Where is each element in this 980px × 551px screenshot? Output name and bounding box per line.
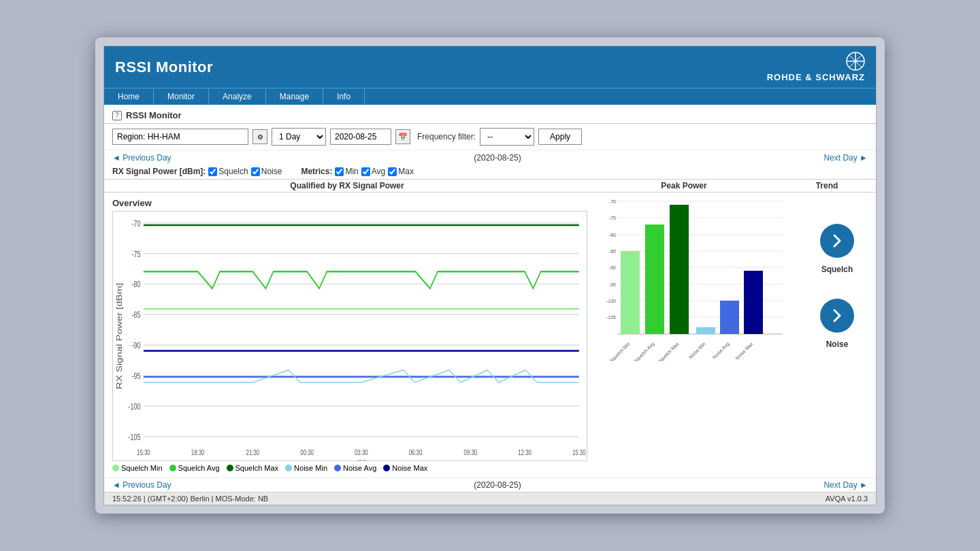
monitor-inner: RSSI Monitor ROHDE & SCHWARZ Home Monito… (103, 46, 877, 505)
logo-area: ROHDE & SCHWARZ (767, 52, 865, 82)
calendar-btn[interactable]: 📅 (395, 129, 410, 144)
help-icon[interactable]: ? (112, 111, 122, 120)
svg-text:Squelch Max: Squelch Max (657, 341, 681, 361)
svg-text:Squelch Min: Squelch Min (609, 341, 632, 361)
svg-text:Noise Max: Noise Max (734, 341, 754, 361)
prev-day-link[interactable]: ◄ Previous Day (112, 153, 172, 163)
svg-text:12:30: 12:30 (518, 448, 532, 456)
avg-checkbox-label[interactable]: Avg (361, 167, 385, 176)
squelch-trend-label: Squelch (821, 265, 853, 274)
period-select[interactable]: 1 Day 1 Week 1 Month (272, 128, 326, 146)
squelch-checkbox-label[interactable]: Squelch (208, 167, 248, 176)
svg-text:18:30: 18:30 (191, 448, 205, 456)
col-qualified: Qualified by RX Signal Power (112, 181, 582, 190)
bar-noise-min (696, 327, 715, 334)
bar-chart-svg: -70 -75 -80 -85 -90 -95 -1 (595, 198, 786, 361)
rx-label: RX Signal Power [dBm]: (112, 167, 206, 176)
squelch-trend-btn[interactable] (820, 224, 854, 258)
metrics-row: RX Signal Power [dBm]: Squelch Noise Met… (104, 165, 876, 180)
legend-squelch-max: Squelch Max (227, 464, 279, 472)
bar-squelch-avg (645, 224, 664, 334)
svg-text:-100: -100 (128, 401, 140, 411)
legend-noise-avg: Noise Avg (334, 464, 376, 472)
legend-noise-max: Noise Max (383, 464, 427, 472)
svg-text:21:30: 21:30 (246, 448, 260, 456)
noise-trend-btn[interactable] (820, 299, 854, 333)
overview-title: Overview (112, 198, 587, 208)
legend-noise-min: Noise Min (285, 464, 327, 472)
squelch-checkbox[interactable] (208, 167, 217, 176)
nav-monitor[interactable]: Monitor (154, 88, 209, 105)
min-checkbox-label[interactable]: Min (335, 167, 358, 176)
squelch-min-dot (112, 465, 119, 471)
main-area: Overview RX Signal Power [dBm] -70 -75 (104, 193, 876, 478)
section-header: Qualified by RX Signal Power Peak Power … (104, 180, 876, 193)
col-peak: Peak Power (582, 181, 786, 190)
bar-noise-avg (720, 301, 739, 334)
rohde-schwarz-logo-icon (846, 52, 865, 71)
max-checkbox-label[interactable]: Max (388, 167, 414, 176)
svg-text:15:30: 15:30 (137, 448, 150, 456)
svg-text:-90: -90 (609, 265, 616, 270)
avg-checkbox[interactable] (361, 167, 370, 176)
svg-text:t[h]: t[h] (357, 458, 365, 461)
app-title: RSSI Monitor (115, 59, 213, 76)
status-left: 15:52:26 | (GMT+2:00) Berlin | MOS-Mode:… (112, 495, 268, 503)
svg-text:-95: -95 (131, 371, 140, 380)
svg-text:-105: -105 (606, 315, 616, 320)
noise-arrow-icon (829, 307, 845, 324)
region-icon-btn[interactable]: ⚙ (252, 129, 267, 144)
max-checkbox[interactable] (388, 167, 397, 176)
date-input[interactable] (330, 129, 391, 145)
svg-text:03:30: 03:30 (355, 448, 368, 456)
bottom-prev-day-link[interactable]: ◄ Previous Day (112, 480, 172, 490)
apply-button[interactable]: Apply (538, 129, 582, 145)
svg-text:-80: -80 (131, 280, 140, 289)
min-checkbox[interactable] (335, 167, 344, 176)
svg-text:-90: -90 (131, 341, 140, 350)
bottom-nav: ◄ Previous Day (2020-08-25) Next Day ► (104, 478, 876, 492)
svg-text:-95: -95 (609, 282, 616, 287)
svg-text:-75: -75 (609, 216, 616, 220)
svg-text:-105: -105 (128, 432, 140, 441)
nav-bar: Home Monitor Analyze Manage Info (104, 88, 876, 105)
freq-select[interactable]: -- (480, 128, 534, 146)
noise-min-dot (285, 465, 292, 471)
right-area: -70 -75 -80 -85 -90 -95 -1 (595, 198, 868, 472)
svg-text:-100: -100 (606, 299, 616, 303)
nav-home[interactable]: Home (104, 88, 154, 105)
header: RSSI Monitor ROHDE & SCHWARZ (104, 46, 876, 88)
nav-row: ◄ Previous Day (2020-08-25) Next Day ► (104, 150, 876, 165)
bottom-next-day-link[interactable]: Next Day ► (823, 480, 868, 490)
svg-text:Squelch Avg: Squelch Avg (633, 341, 655, 361)
noise-checkbox[interactable] (251, 167, 260, 176)
nav-manage[interactable]: Manage (266, 88, 323, 105)
svg-text:09:30: 09:30 (464, 448, 478, 456)
page-header: ? RSSI Monitor (104, 105, 876, 124)
noise-checkbox-label[interactable]: Noise (251, 167, 282, 176)
noise-trend-label: Noise (826, 339, 849, 349)
metrics-label: Metrics: (301, 167, 332, 176)
region-input[interactable] (112, 129, 248, 145)
chart-legend: Squelch Min Squelch Avg Squelch Max (112, 464, 587, 472)
noise-avg-dot (334, 465, 341, 471)
svg-text:00:30: 00:30 (300, 448, 314, 456)
svg-text:Noise Avg: Noise Avg (712, 341, 731, 361)
toolbar: ⚙ 1 Day 1 Week 1 Month 📅 Frequency filte… (104, 124, 876, 150)
noise-max-dot (383, 465, 390, 471)
bar-noise-max (744, 271, 763, 334)
nav-analyze[interactable]: Analyze (209, 88, 266, 105)
line-chart-svg: RX Signal Power [dBm] -70 -75 -80 -85 (113, 212, 587, 461)
bar-squelch-max (670, 205, 689, 334)
nav-info[interactable]: Info (323, 88, 365, 105)
next-day-link[interactable]: Next Day ► (823, 153, 868, 163)
svg-text:06:30: 06:30 (409, 448, 423, 456)
svg-text:-70: -70 (131, 218, 140, 228)
monitor-frame: RSSI Monitor ROHDE & SCHWARZ Home Monito… (95, 37, 885, 514)
svg-text:-85: -85 (131, 310, 140, 320)
legend-squelch-min: Squelch Min (112, 464, 163, 472)
svg-text:15:30: 15:30 (572, 448, 586, 456)
squelch-arrow-icon (829, 233, 845, 249)
bar-squelch-min (621, 251, 640, 334)
trend-area: Squelch Noise (806, 198, 868, 472)
